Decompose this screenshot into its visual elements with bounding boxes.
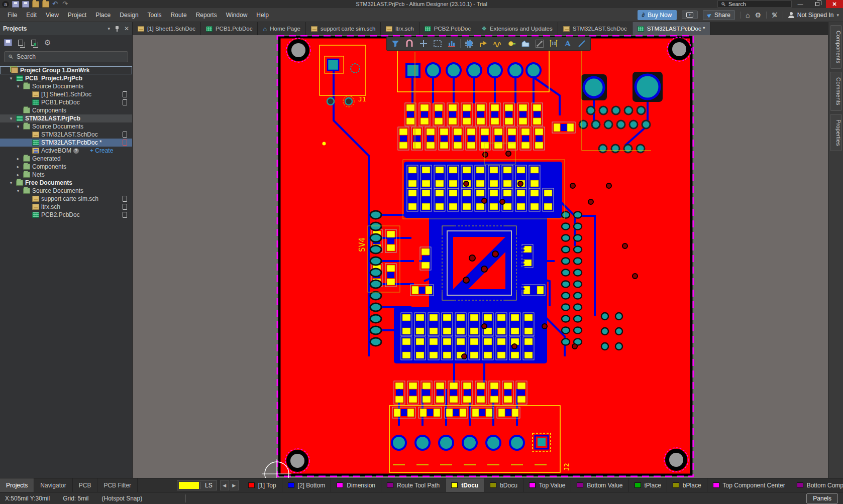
tab-sheet1-schdoc[interactable]: [1] Sheet1.SchDoc	[133, 22, 201, 35]
tree-item-sheet1-schdoc[interactable]: [1] Sheet1.SchDoc	[0, 90, 132, 98]
expand-arrow-icon[interactable]: ▸	[15, 172, 21, 177]
filter-icon[interactable]	[389, 38, 402, 50]
measure-icon[interactable]	[533, 38, 546, 50]
panel-close-icon[interactable]: ✕	[124, 25, 129, 32]
menu-tools[interactable]: Tools	[143, 10, 166, 21]
close-button[interactable]: ✕	[826, 0, 843, 8]
expand-arrow-icon[interactable]: ▾	[15, 188, 21, 193]
expand-arrow-icon[interactable]: ▾	[8, 180, 14, 185]
layer-tab-top-value[interactable]: Top Value	[523, 478, 571, 492]
save-icon[interactable]	[12, 1, 19, 8]
expand-arrow-icon[interactable]: ▸	[15, 156, 21, 161]
layer-tab-bottom-value[interactable]: Bottom Value	[571, 478, 628, 492]
tree-item-pcb1-pcbdoc[interactable]: PCB1.PcbDoc	[0, 98, 132, 106]
text-tool-icon[interactable]: A	[561, 38, 574, 50]
layer-scroll-left-icon[interactable]: ◀	[220, 480, 229, 490]
layer-tab-bottom[interactable]: [2] Bottom	[282, 478, 332, 492]
panel-tab-projects[interactable]: Projects	[0, 478, 34, 492]
tab-pcb1-pcbdoc[interactable]: PCB1.PcbDoc	[201, 22, 258, 35]
tab-properties[interactable]: Properties	[830, 114, 842, 151]
undo-icon[interactable]: ↶	[52, 1, 59, 8]
menu-project[interactable]: Project	[63, 10, 91, 21]
layer-tab-dimension[interactable]: Dimension	[331, 478, 381, 492]
tree-item-free-documents[interactable]: ▾Free Documents	[0, 179, 132, 187]
tab-pcb2-pcbdoc[interactable]: PCB2.PcbDoc	[419, 22, 477, 35]
home-icon[interactable]: ⌂	[746, 11, 750, 19]
tree-item-source-documents-1[interactable]: ▾Source Documents	[0, 82, 132, 90]
component-icon[interactable]	[463, 38, 476, 50]
layer-tab-top-component-center[interactable]: Top Component Center	[707, 478, 791, 492]
edit-disabled-icon[interactable]: ✎̸	[772, 11, 778, 19]
validate-project-icon[interactable]	[31, 40, 36, 46]
move-crosshair-icon[interactable]	[417, 38, 430, 50]
menu-route[interactable]: Route	[166, 10, 191, 21]
create-link[interactable]: + Create	[90, 147, 113, 154]
save-icon[interactable]	[4, 39, 12, 46]
tab-extensions-updates[interactable]: ❖Extensions and Updates	[476, 22, 558, 35]
panel-dropdown-icon[interactable]: ▾	[108, 26, 110, 31]
layer-scroll-right-icon[interactable]: ▶	[230, 480, 239, 490]
polygon-pour-icon[interactable]	[519, 38, 532, 50]
feedback-button[interactable]: +	[682, 11, 698, 19]
minimize-button[interactable]: —	[792, 0, 809, 8]
settings-gear-icon[interactable]: ⚙	[755, 11, 761, 19]
via-icon[interactable]	[505, 38, 518, 50]
open-project-icon[interactable]	[42, 1, 49, 8]
gear-icon[interactable]: ⚙	[44, 39, 51, 46]
tree-item-stm32last-pcbdoc[interactable]: STM32LAST.PcbDoc *	[0, 139, 132, 147]
tree-item-source-documents-3[interactable]: ▾Source Documents	[0, 187, 132, 195]
tree-item-stm32last-schdoc[interactable]: STM32LAST.SchDoc	[0, 131, 132, 139]
layer-tab-bottom-component-center[interactable]: Bottom Component Center	[791, 478, 843, 492]
line-tool-icon[interactable]	[575, 38, 588, 50]
layer-tab-bplace[interactable]: bPlace	[667, 478, 707, 492]
account-menu[interactable]: Not Signed In ▾	[788, 12, 839, 19]
global-search-input[interactable]: 🔍︎ Search	[717, 1, 792, 8]
menu-file[interactable]: File	[3, 10, 22, 21]
menu-view[interactable]: View	[41, 10, 63, 21]
expand-arrow-icon[interactable]: ▸	[15, 164, 21, 169]
tree-item-stm32last-project[interactable]: ▾STM32LAST.PrjPcb	[0, 114, 132, 122]
tree-item-pcb-project[interactable]: ▾PCB_Project.PrjPcb	[0, 74, 132, 82]
tab-stm32last-pcbdoc[interactable]: STM32LAST.PcbDoc *	[633, 22, 711, 35]
panel-tab-navigator[interactable]: Navigator	[34, 478, 72, 492]
layer-tab-tdocu[interactable]: tDocu	[446, 478, 484, 492]
tree-item-ltrx-sch[interactable]: ltrx.sch	[0, 203, 132, 211]
tree-item-components-2[interactable]: ▸Components	[0, 163, 132, 171]
tree-item-source-documents-2[interactable]: ▾Source Documents	[0, 122, 132, 131]
layer-tab-top[interactable]: [1] Top	[243, 478, 282, 492]
menu-help[interactable]: Help	[252, 10, 273, 21]
save-all-icon[interactable]	[22, 1, 29, 8]
compare-documents-icon[interactable]	[18, 40, 23, 46]
layer-tab-tplace[interactable]: tPlace	[629, 478, 667, 492]
tab-home-page[interactable]: ⌂Home Page	[258, 22, 306, 35]
menu-reports[interactable]: Reports	[191, 10, 222, 21]
snap-magnet-icon[interactable]	[403, 38, 416, 50]
layer-set-selector[interactable]: LS	[177, 480, 217, 490]
layer-tab-route-tool-path[interactable]: Route Tool Path	[381, 478, 446, 492]
tree-item-nets[interactable]: ▸Nets	[0, 171, 132, 179]
menu-edit[interactable]: Edit	[22, 10, 41, 21]
buy-now-button[interactable]: ∂Buy Now	[638, 10, 677, 20]
tab-stm32last-schdoc[interactable]: STM32LAST.SchDoc	[558, 22, 633, 35]
panel-tab-pcb-filter[interactable]: PCB Filter	[97, 478, 138, 492]
pcb-editor-canvas[interactable]: J1 SV4 J2 10 A	[133, 35, 828, 478]
help-icon[interactable]: ?	[73, 148, 79, 154]
tab-support-carte-sim[interactable]: support carte sim.sch	[306, 22, 381, 35]
pad-stack-icon[interactable]	[445, 38, 458, 50]
pin-icon[interactable]	[115, 26, 120, 32]
menu-place[interactable]: Place	[91, 10, 115, 21]
share-button[interactable]: ▶Share	[703, 10, 735, 20]
expand-arrow-icon[interactable]: ▾	[8, 116, 14, 121]
expand-arrow-icon[interactable]: ▾	[8, 76, 14, 81]
interactive-routing-icon[interactable]	[477, 38, 490, 50]
differential-pair-icon[interactable]	[491, 38, 504, 50]
menu-window[interactable]: Window	[222, 10, 252, 21]
menu-design[interactable]: Design	[115, 10, 143, 21]
tab-components[interactable]: Components	[830, 25, 842, 69]
dimension-icon[interactable]: 10	[547, 38, 560, 50]
tree-item-activebom[interactable]: ActiveBOM?+ Create	[0, 147, 132, 155]
redo-icon[interactable]: ↷	[62, 1, 69, 8]
open-icon[interactable]	[32, 1, 39, 8]
expand-arrow-icon[interactable]: ▾	[15, 124, 21, 129]
tree-item-components-1[interactable]: Components	[0, 106, 132, 114]
